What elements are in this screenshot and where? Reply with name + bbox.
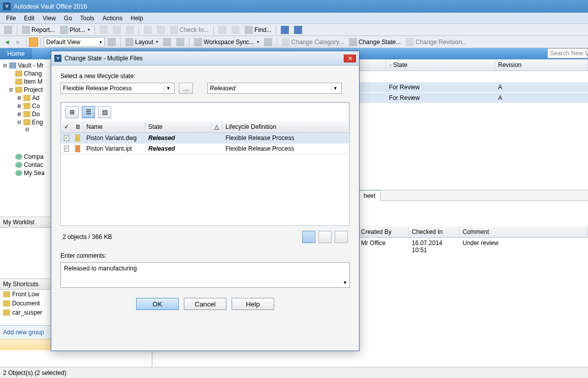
file-row[interactable]: ✓ Piston Variant.dwg Released Flexible R… [61,133,349,144]
tree-item-4[interactable]: Co [32,102,40,110]
tree-item-5[interactable]: Do [32,111,40,118]
file-row[interactable]: ✓ Piston Variant.ipt Released Flexible R… [61,144,349,154]
view-icon-a [108,38,116,46]
shortcut-icon [3,291,10,297]
status-bar: 2 Object(s) (2 selected) [0,367,588,378]
tree-item-3[interactable]: Ad [32,94,40,101]
menu-view[interactable]: View [39,13,60,23]
menu-go[interactable]: Go [60,13,76,23]
col-name[interactable]: Name [83,121,145,132]
tool-b[interactable] [111,25,123,35]
forward-button[interactable]: ► [13,38,23,47]
change-state-button[interactable]: Change State... [347,37,403,47]
tool-y[interactable] [292,25,304,35]
tool-a[interactable] [97,25,110,35]
layout-button[interactable]: Layout [123,37,160,47]
search-folder-icon [15,154,22,160]
comments-input[interactable]: Released to manufacturing ▼ [60,262,350,288]
nav-button[interactable] [29,38,38,47]
state-combo[interactable]: Released▼ [207,83,342,94]
folder-icon [15,87,22,93]
menu-file[interactable]: File [2,13,20,23]
col-comment[interactable]: Comment [460,226,588,237]
tree-search-2[interactable]: My Sea [24,169,45,177]
title-bar: V Autodesk Vault Office 2016 [0,0,588,13]
layout-a[interactable] [161,37,173,47]
help-button[interactable]: Help [232,298,274,310]
tool-d[interactable] [142,25,154,35]
tree-item-0[interactable]: Chang [24,70,42,77]
change-category-button[interactable]: Change Category... [280,37,346,47]
back-button[interactable]: ◄ [2,38,12,47]
menu-actions[interactable]: Actions [99,13,126,23]
layout-icon [125,38,134,46]
view-detail-button[interactable]: ▤ [98,106,111,118]
row-checkbox[interactable]: ✓ [64,146,69,152]
home-tab[interactable]: Home [0,48,32,59]
view-list-button[interactable]: ☰ [82,106,95,118]
col-definition[interactable]: Lifecycle Definition [222,121,349,132]
icon-e [157,26,165,34]
new-icon [4,26,12,34]
comments-dropdown-icon[interactable]: ▼ [343,280,347,285]
dialog-title-bar[interactable]: V Change State - Multiple Files ✕ [51,51,359,65]
view-selector[interactable]: Default View [44,37,105,47]
col-warn[interactable]: △ [211,121,222,132]
lifecycle-browse-button[interactable]: ... [179,83,193,94]
report-button[interactable]: Report... [20,25,57,35]
collapse-all-button[interactable] [318,231,332,243]
find-button[interactable]: Find... [243,25,273,35]
menu-help[interactable]: Help [126,13,147,23]
menu-edit[interactable]: Edit [20,13,39,23]
tree-search-1[interactable]: Contac [24,161,43,168]
tool-g[interactable] [230,25,242,35]
view-tree-button[interactable]: ⊞ [66,106,79,118]
ws-tool[interactable] [262,37,274,47]
icon-b [113,26,121,34]
tool-c[interactable] [124,25,136,35]
ok-button[interactable]: OK [136,298,179,310]
col-createdby[interactable]: Created By [358,226,409,237]
change-state-dialog: V Change State - Multiple Files ✕ Select… [51,51,360,351]
tree-root[interactable]: Vault - Mr [18,62,44,69]
x-icon [281,26,289,34]
row-checkbox[interactable]: ✓ [64,135,69,141]
settings-button[interactable] [335,231,348,243]
ws-icon [264,38,272,46]
layout-icon-b [176,38,184,46]
col-file-icon[interactable]: 🗎 [72,121,83,132]
close-button[interactable]: ✕ [344,54,356,62]
tree-item-2[interactable]: Project [24,86,43,93]
tool-f[interactable] [216,25,228,35]
plot-button[interactable]: Plot... [58,25,92,35]
view-tool-a[interactable] [106,37,118,47]
vault-icon [9,62,16,68]
menu-tools[interactable]: Tools [76,13,99,23]
col-state[interactable]: State [145,121,211,132]
col-revision[interactable]: Revision [495,59,588,71]
layout-b[interactable] [174,37,186,47]
tree-search-0[interactable]: Compa [24,153,44,160]
sync-icon [194,38,202,46]
app-logo-icon: V [3,3,11,10]
y-icon [294,26,302,34]
folder-icon [23,111,30,117]
tree-icon: ⊞ [70,109,75,116]
detail-tab[interactable]: heet [358,190,381,201]
tool-x[interactable] [279,25,291,35]
cancel-button[interactable]: Cancel [184,298,226,310]
search-input[interactable]: Search New Va [547,48,588,58]
new-button[interactable] [2,25,14,35]
tree-item-1[interactable]: Item M [24,78,43,85]
col-state[interactable]: State [386,59,495,71]
lifecycle-combo[interactable]: Flexible Release Process▼ [60,83,175,94]
checkin-button[interactable]: Check In... [168,25,211,35]
checkin-icon [170,26,178,34]
change-revision-button[interactable]: Change Revision... [404,37,469,47]
col-checkedin[interactable]: Checked In [409,226,460,237]
workspace-sync-button[interactable]: Workspace Sync... [192,37,261,47]
col-check[interactable]: ✓ [61,121,72,132]
expand-all-button[interactable] [302,231,315,243]
tool-e[interactable] [155,25,167,35]
tree-item-6[interactable]: Eng [32,119,43,126]
